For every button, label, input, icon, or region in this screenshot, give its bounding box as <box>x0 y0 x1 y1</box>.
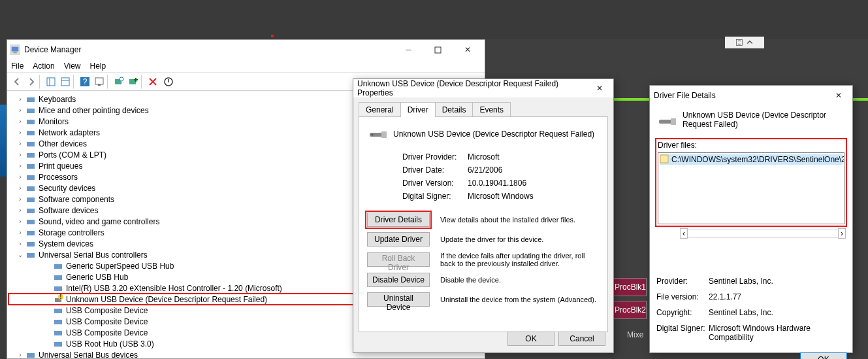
svg-rect-8 <box>61 78 69 86</box>
disable-device-desc: Disable the device. <box>440 276 600 284</box>
scan-hardware-button[interactable] <box>112 75 126 89</box>
category-icon <box>25 194 36 205</box>
menu-file[interactable]: File <box>11 61 24 71</box>
provider-value: Sentinel Labs, Inc. <box>709 277 846 286</box>
driver-file-details-dialog: Driver File Details ✕ Unknown USB Device… <box>649 85 853 353</box>
driver-files-label: Driver files: <box>658 141 844 150</box>
category-label: Universal Serial Bus devices <box>39 350 138 359</box>
tab-general[interactable]: General <box>359 102 401 117</box>
category-icon <box>25 105 36 116</box>
svg-rect-21 <box>27 131 35 135</box>
expand-toggle-icon[interactable]: › <box>15 240 25 247</box>
dialog-titlebar[interactable]: Unknown USB Device (Device Descriptor Re… <box>353 79 613 97</box>
background-toolbar[interactable] <box>725 37 764 48</box>
device-label: USB Composite Device <box>66 328 148 337</box>
svg-rect-4 <box>13 52 16 54</box>
help-button[interactable]: ? <box>78 75 92 89</box>
rollback-driver-desc: If the device fails after updating the d… <box>440 252 600 267</box>
expand-toggle-icon[interactable]: › <box>15 207 25 214</box>
category-icon <box>25 150 36 160</box>
ok-button[interactable]: OK <box>800 352 847 359</box>
expand-toggle-icon[interactable]: › <box>15 162 25 169</box>
svg-rect-42 <box>54 342 62 347</box>
svg-rect-45 <box>381 131 387 138</box>
file-properties: Provider: Sentinel Labs, Inc. File versi… <box>656 277 846 342</box>
category-label: System devices <box>39 239 93 248</box>
svg-rect-35 <box>54 286 62 291</box>
show-hide-tree-button[interactable] <box>44 75 58 89</box>
svg-rect-23 <box>27 153 35 158</box>
add-hardware-button[interactable] <box>127 75 142 89</box>
driver-details-button[interactable]: Driver Details <box>367 213 430 227</box>
dialog-close-button[interactable]: ✕ <box>829 86 848 105</box>
expand-toggle-icon[interactable]: › <box>15 107 25 114</box>
device-label: Generic SuperSpeed USB Hub <box>66 262 174 271</box>
titlebar[interactable]: Device Manager ─ ✕ <box>7 40 485 60</box>
scroll-right-icon[interactable]: › <box>838 228 846 239</box>
maximize-button[interactable] <box>423 41 453 59</box>
back-button[interactable] <box>10 75 24 89</box>
expand-toggle-icon[interactable]: › <box>15 140 25 147</box>
expand-toggle-icon[interactable]: ⌄ <box>15 251 25 258</box>
file-path: C:\WINDOWS\system32\DRIVERS\SentinelOne\… <box>671 155 844 164</box>
expand-toggle-icon[interactable]: › <box>15 229 25 236</box>
expand-toggle-icon[interactable]: › <box>15 118 25 125</box>
copyright-value: Sentinel Labs, Inc. <box>709 308 846 317</box>
device-icon <box>53 339 63 349</box>
expand-toggle-icon[interactable]: › <box>15 184 25 192</box>
svg-rect-12 <box>95 78 103 84</box>
category-label: Software devices <box>39 206 98 215</box>
menu-action[interactable]: Action <box>33 61 54 71</box>
expand-toggle-icon[interactable]: › <box>15 218 25 225</box>
window-title: Device Manager <box>24 45 394 54</box>
uninstall-button[interactable] <box>146 75 160 89</box>
menu-help[interactable]: Help <box>90 61 106 71</box>
category-label: Processors <box>39 173 78 182</box>
category-label: Universal Serial Bus controllers <box>39 250 148 260</box>
expand-toggle-icon[interactable]: › <box>15 129 25 136</box>
driver-details-desc: View details about the installed driver … <box>440 216 600 224</box>
refresh-button[interactable] <box>93 75 108 89</box>
copyright-key: Copyright: <box>656 308 709 317</box>
device-label: Unknown USB Device (Device Descriptor Re… <box>66 295 267 304</box>
svg-rect-30 <box>27 231 35 235</box>
device-label: USB Composite Device <box>66 317 148 326</box>
dialog-titlebar[interactable]: Driver File Details ✕ <box>650 86 852 105</box>
svg-rect-6 <box>47 78 55 86</box>
category-icon <box>25 139 36 149</box>
close-button[interactable]: ✕ <box>453 41 482 59</box>
tab-events[interactable]: Events <box>472 102 511 117</box>
expand-toggle-icon[interactable]: › <box>15 196 25 203</box>
svg-rect-27 <box>27 197 35 202</box>
version-key: Driver Version: <box>402 179 468 188</box>
expand-toggle-icon[interactable]: › <box>15 351 25 358</box>
list-item[interactable]: C:\WINDOWS\system32\DRIVERS\SentinelOne\… <box>660 154 843 165</box>
dialog-close-button[interactable]: ✕ <box>590 79 609 97</box>
dialog-title: Driver File Details <box>654 91 829 100</box>
svg-rect-20 <box>27 120 35 124</box>
tab-details[interactable]: Details <box>435 102 474 117</box>
device-icon <box>53 261 63 271</box>
expand-toggle-icon[interactable]: › <box>15 95 25 103</box>
expand-toggle-icon[interactable]: › <box>15 151 25 158</box>
driver-files-list[interactable]: C:\WINDOWS\system32\DRIVERS\SentinelOne\… <box>658 152 844 224</box>
update-driver-button[interactable]: Update Driver <box>367 232 430 247</box>
cancel-button[interactable]: Cancel <box>558 332 605 346</box>
forward-button[interactable] <box>25 75 40 89</box>
uninstall-device-button[interactable]: Uninstall Device <box>367 292 430 307</box>
svg-rect-26 <box>27 186 35 191</box>
category-icon <box>25 239 36 249</box>
device-label: USB Root Hub (USB 3.0) <box>66 339 154 349</box>
disable-device-button[interactable]: Disable Device <box>367 273 430 287</box>
menu-view[interactable]: View <box>64 61 81 71</box>
scroll-left-icon[interactable]: ‹ <box>680 228 688 239</box>
ok-button[interactable]: OK <box>507 332 555 346</box>
tab-driver[interactable]: Driver <box>400 102 436 117</box>
expand-toggle-icon[interactable]: › <box>15 173 25 180</box>
svg-rect-48 <box>671 118 676 125</box>
minimize-button[interactable]: ─ <box>394 41 423 59</box>
mixer-label: Mixe <box>627 330 643 339</box>
category-label: Keyboards <box>39 95 76 104</box>
properties-button[interactable] <box>59 75 74 89</box>
disable-button[interactable] <box>161 75 176 89</box>
